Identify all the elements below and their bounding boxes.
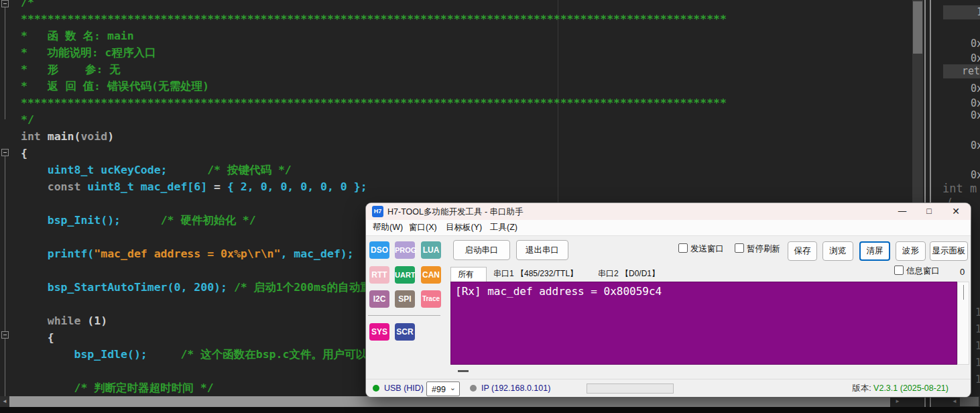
send-window-label: 发送窗口 xyxy=(690,244,724,253)
mode-button-rtt[interactable]: RTT xyxy=(369,266,389,284)
close-icon[interactable]: ✕ xyxy=(942,203,969,220)
editor-horizontal-scrollbar-thumb[interactable] xyxy=(9,396,890,407)
bottom-strip xyxy=(0,407,980,413)
ip-status-icon xyxy=(470,385,477,392)
window-title: H7-TOOL多功能开发工具 - 串口助手 xyxy=(387,206,524,218)
disassembly-row: 1 xyxy=(943,5,980,19)
code-line: /* xyxy=(21,0,727,11)
info-window-label: 信息窗口 xyxy=(906,266,940,276)
version-text: 版本: V2.3.1 (2025-08-21) xyxy=(852,383,948,394)
mode-button-i2c[interactable]: I2C xyxy=(369,290,389,308)
menu-item[interactable]: 窗口(X) xyxy=(409,222,437,233)
usb-status-label: USB (HID) xyxy=(384,384,424,393)
editor-horizontal-scrollbar[interactable]: ◄ ► xyxy=(0,396,924,407)
mode-button-sys[interactable]: SYS xyxy=(369,323,389,341)
fold-collapse-icon[interactable] xyxy=(1,0,9,7)
pause-refresh-label: 暂停刷新 xyxy=(747,244,780,253)
terminal-text: [Rx] mac_def address = 0x80059c4 xyxy=(455,285,662,298)
disassembly-row: 0x xyxy=(971,37,980,51)
usb-status-icon xyxy=(373,385,379,392)
fold-collapse-icon[interactable] xyxy=(1,149,9,156)
code-line: * 函 数 名: main xyxy=(21,27,727,44)
disassembly-horizontal-scrollbar-thumb[interactable] xyxy=(960,397,979,406)
app-icon: H7 xyxy=(372,206,383,217)
scroll-left-icon[interactable]: ◄ xyxy=(0,396,9,407)
code-fragment: 1 xyxy=(975,357,980,369)
window-titlebar[interactable]: H7 H7-TOOL多功能开发工具 - 串口助手 — □ ✕ xyxy=(366,203,971,220)
serial-tab[interactable]: 串口2 【D0/D1】 xyxy=(591,267,666,281)
mode-button-lua[interactable]: LUA xyxy=(421,241,441,259)
menu-item[interactable]: 目标板(Y) xyxy=(446,222,482,233)
scroll-left-icon[interactable]: ◄ xyxy=(950,396,959,407)
chevron-down-icon: ⌄ xyxy=(450,380,456,395)
menu-item[interactable]: 帮助(W) xyxy=(373,222,403,233)
code-line: * 形 参: 无 xyxy=(21,61,727,78)
browse-button[interactable]: 浏览 xyxy=(822,241,853,261)
pause-refresh-checkbox[interactable]: 暂停刷新 xyxy=(735,243,780,255)
mode-button-uart[interactable]: UART xyxy=(395,266,415,284)
disassembly-row: 0x xyxy=(971,82,980,96)
serial-tab[interactable]: 所有 xyxy=(450,267,487,282)
code-line: */ xyxy=(21,111,727,128)
scroll-right-icon[interactable]: ► xyxy=(893,396,902,407)
menu-item[interactable]: 工具(Z) xyxy=(490,222,517,233)
code-line: uint8_t ucKeyCode; /* 按键代码 */ xyxy=(21,162,727,178)
terminal-scrollbar-thumb[interactable] xyxy=(963,285,964,300)
checkbox-icon xyxy=(735,243,744,253)
disassembly-row: 0x xyxy=(971,168,980,182)
code-fragment: 1 xyxy=(975,373,980,386)
disassembly-row: 0x xyxy=(971,52,980,66)
disassembly-horizontal-scrollbar[interactable]: ◄ xyxy=(932,396,980,407)
code-line: ****************************************… xyxy=(21,11,727,27)
serial-tabs: 所有串口1 【485/232/TTL】串口2 【D0/D1】 xyxy=(450,267,969,282)
checkbox-icon xyxy=(894,266,904,275)
mode-button-spi[interactable]: SPI xyxy=(395,290,415,308)
device-number-value: #99 xyxy=(432,385,446,394)
display-panel-button[interactable]: 显示面板 xyxy=(930,241,968,261)
window-statusbar: USB (HID) #99 ⌄ IP (192.168.0.101) 版本: V… xyxy=(366,379,971,397)
ip-status-label: IP (192.168.0.101) xyxy=(481,384,550,393)
code-line: { xyxy=(21,145,727,162)
start-serial-button[interactable]: 启动串口 xyxy=(453,240,510,260)
save-button[interactable]: 保存 xyxy=(788,241,817,261)
device-number-select[interactable]: #99 ⌄ xyxy=(426,381,460,396)
send-window-checkbox[interactable]: 发送窗口 xyxy=(678,243,724,255)
terminal-scrollbar[interactable] xyxy=(957,282,969,365)
disassembly-row: retu xyxy=(943,64,980,78)
progress-bar xyxy=(587,384,674,394)
version-label: 版本: xyxy=(852,384,873,393)
info-window-checkbox[interactable]: 信息窗口 xyxy=(894,266,940,277)
fold-scope-line xyxy=(5,156,5,396)
disassembly-row: 0x xyxy=(971,139,980,153)
serial-tab[interactable]: 串口1 【485/232/TTL】 xyxy=(487,267,589,281)
mode-button-trace[interactable]: Trace xyxy=(421,290,441,308)
code-fragment: 1 xyxy=(975,323,980,335)
mode-button-prog[interactable]: PROG xyxy=(395,241,415,259)
code-line: int main(void) xyxy=(21,128,727,145)
minimize-icon[interactable]: — xyxy=(889,203,916,220)
waveform-button[interactable]: 波形 xyxy=(896,241,926,261)
rx-counter: 0 xyxy=(960,267,965,277)
terminal-splitter-handle[interactable] xyxy=(458,370,469,372)
version-value: V2.3.1 (2025-08-21) xyxy=(873,384,948,393)
code-fragment: 1 xyxy=(975,306,980,318)
screen: /***************************************… xyxy=(0,0,980,413)
code-line: const uint8_t mac_def[6] = { 2, 0, 0, 0,… xyxy=(21,178,727,195)
maximize-icon[interactable]: □ xyxy=(916,203,942,220)
mode-button-dso[interactable]: DSO xyxy=(369,241,389,259)
checkbox-icon xyxy=(678,243,688,253)
fold-scope-line xyxy=(5,7,5,119)
mode-button-scr[interactable]: SCR xyxy=(395,323,415,341)
h7tool-window: H7 H7-TOOL多功能开发工具 - 串口助手 — □ ✕ 帮助(W)窗口(X… xyxy=(366,203,971,397)
disassembly-row: 0x xyxy=(971,109,980,123)
disassembly-row: int m xyxy=(942,182,977,196)
serial-terminal[interactable]: [Rx] mac_def address = 0x80059c4 xyxy=(450,282,957,365)
sidebar-separator xyxy=(368,315,440,316)
clear-screen-button[interactable]: 清屏 xyxy=(859,241,890,261)
editor-vertical-scrollbar-thumb[interactable] xyxy=(913,1,922,54)
code-fragment: 1 xyxy=(975,340,980,352)
code-line: ****************************************… xyxy=(21,95,727,111)
mode-button-can[interactable]: CAN xyxy=(421,266,441,284)
fold-collapse-icon[interactable] xyxy=(1,331,9,339)
exit-serial-button[interactable]: 退出串口 xyxy=(516,240,568,260)
